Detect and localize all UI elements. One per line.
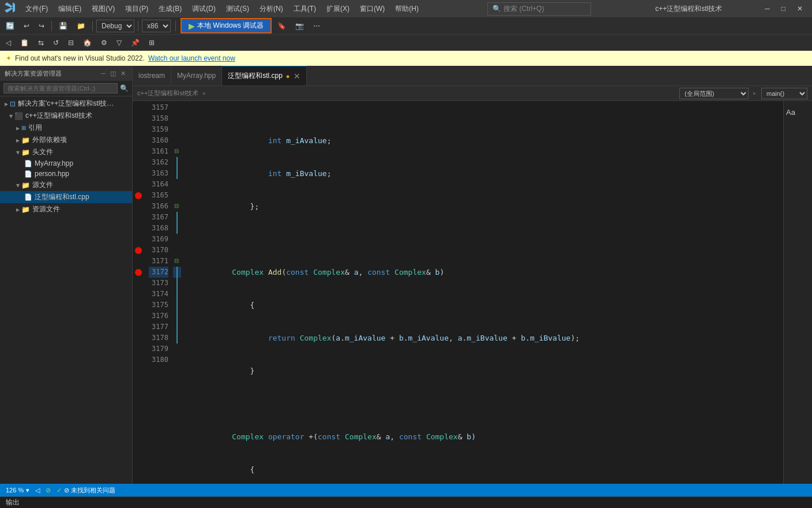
solution-explorer-button[interactable]: 📋: [17, 38, 32, 48]
sidebar-unpin-button[interactable]: ◫: [108, 70, 118, 77]
person-hpp-icon: 📄: [24, 170, 32, 178]
search-placeholder: 搜索 (Ctrl+Q): [503, 4, 544, 14]
code-line-3163: return Complex(a.m_iAvalue + b.m_iAvalue…: [187, 322, 783, 333]
fold-3171[interactable]: ⊟: [174, 257, 179, 264]
sidebar-header: 解决方案资源管理器 ─ ◫ ✕: [0, 66, 132, 81]
properties-button[interactable]: 🏠: [80, 38, 95, 48]
sync-button[interactable]: ⇆: [35, 38, 47, 48]
source-files-arrow: ▾: [16, 181, 20, 189]
source-files-node[interactable]: ▾ 📁 源文件: [0, 179, 132, 191]
bookmark-button[interactable]: 🔖: [274, 21, 290, 31]
maximize-button[interactable]: □: [777, 5, 790, 13]
tab-cpp-active[interactable]: 泛型编程和stl.cpp ● ✕: [222, 66, 306, 85]
references-node[interactable]: ▸ ⊞ 引用: [0, 122, 132, 134]
debug-run-button[interactable]: ▶ 本地 Windows 调试器: [181, 18, 272, 33]
menu-help[interactable]: 帮助(H): [390, 2, 423, 16]
menu-tools[interactable]: 工具(T): [289, 2, 321, 16]
tab-iostream[interactable]: iostream: [133, 66, 171, 85]
references-label: 引用: [28, 123, 42, 133]
toolbar-main: 🔄 ↩ ↪ 💾 📁 Debug x86 ▶ 本地 Windows 调试器 🔖 📷…: [0, 17, 812, 35]
editor-header: c++泛型编程和stl技术 ▸ (全局范围) ▸ main(): [133, 86, 812, 101]
menu-analyze[interactable]: 分析(N): [255, 2, 288, 16]
code-view[interactable]: int m_iAvalue; int m_iBvalue; }; Complex…: [181, 101, 783, 484]
menu-edit[interactable]: 编辑(E): [54, 2, 86, 16]
sidebar-pin-button[interactable]: ─: [99, 70, 107, 77]
menu-view[interactable]: 视图(V): [87, 2, 119, 16]
close-button[interactable]: ✕: [792, 5, 807, 13]
zoom-dropdown-icon[interactable]: ▾: [26, 487, 29, 494]
person-hpp-node[interactable]: 📄 person.hpp: [0, 169, 132, 179]
menu-project[interactable]: 项目(P): [121, 2, 153, 16]
title-bar: 文件(F) 编辑(E) 视图(V) 项目(P) 生成(B) 调试(D) 测试(S…: [0, 0, 812, 17]
sidebar-title: 解决方案资源管理器: [5, 69, 62, 78]
sidebar-search-area: 🔍: [0, 81, 132, 96]
sidebar-close-button[interactable]: ✕: [119, 70, 127, 77]
tab-close-icon[interactable]: ✕: [294, 72, 300, 81]
references-arrow: ▸: [16, 124, 20, 132]
zoom-level: 126 % ▾: [6, 487, 29, 494]
project-node[interactable]: ▾ ⬛ c++泛型编程和stl技术: [0, 110, 132, 122]
scroll-bar[interactable]: ◁: [35, 487, 40, 494]
fold-3166[interactable]: ⊟: [174, 203, 179, 209]
tab-myarray[interactable]: MyArray.hpp: [171, 66, 222, 85]
breadcrumb-separator: ▸: [203, 89, 206, 97]
undo-button[interactable]: ↩: [20, 21, 33, 31]
debug-config-select[interactable]: Debug: [96, 20, 134, 32]
header-files-node[interactable]: ▾ 📁 头文件: [0, 146, 132, 158]
info-icon: ✦: [6, 54, 12, 62]
pin-button[interactable]: 📌: [127, 38, 143, 48]
platform-select[interactable]: x86: [142, 20, 171, 32]
save-button[interactable]: 💾: [55, 21, 71, 31]
external-deps-node[interactable]: ▸ 📁 外部依赖项: [0, 134, 132, 146]
menu-test[interactable]: 测试(S): [221, 2, 254, 16]
line-numbers: 3157 3158 3159 3160 3161 3162 3163 3164 …: [144, 101, 173, 484]
myarray-hpp-icon: 📄: [24, 160, 32, 167]
project-icon: ⬛: [14, 112, 23, 120]
header-files-arrow: ▾: [16, 148, 20, 156]
open-button[interactable]: 📁: [73, 21, 89, 31]
sidebar-search-input[interactable]: [3, 83, 118, 94]
editor-area: iostream MyArray.hpp 泛型编程和stl.cpp ● ✕ c+…: [133, 66, 812, 484]
breakpoint-3170: [135, 247, 142, 254]
solution-label: 解决方案'c++泛型编程和stl技…: [18, 99, 114, 109]
settings-button[interactable]: ⚙: [97, 38, 111, 48]
solution-node[interactable]: ▸ ⊡ 解决方案'c++泛型编程和stl技…: [0, 98, 132, 110]
code-line-3164: }: [187, 354, 783, 365]
function-select[interactable]: main(): [761, 88, 807, 99]
menu-window[interactable]: 窗口(W): [355, 2, 389, 16]
info-link[interactable]: Watch our launch event now: [148, 54, 235, 62]
new-button[interactable]: 🔄: [2, 21, 18, 31]
camera-button[interactable]: 📷: [292, 21, 307, 31]
resource-files-icon: 📁: [21, 206, 30, 214]
cpp-file-label: 泛型编程和stl.cpp: [35, 192, 89, 202]
resource-files-node[interactable]: ▸ 📁 资源文件: [0, 203, 132, 215]
menu-extensions[interactable]: 扩展(X): [322, 2, 354, 16]
solution-icon: ⊡: [10, 100, 16, 108]
tab-modified-icon: ●: [286, 73, 290, 80]
collapse-all-button[interactable]: ⊟: [65, 38, 77, 48]
more-button[interactable]: ⋯: [310, 21, 324, 31]
menu-debug[interactable]: 调试(D): [187, 2, 220, 16]
tab-myarray-label: MyArray.hpp: [177, 72, 216, 80]
refresh-button[interactable]: ↺: [50, 38, 62, 48]
source-files-label: 源文件: [32, 180, 53, 190]
code-line-3167: {: [187, 453, 783, 464]
fold-3161[interactable]: ⊟: [174, 148, 179, 154]
output-label[interactable]: 输出: [6, 498, 20, 507]
nav-back-button[interactable]: ◁: [2, 38, 14, 48]
scope-select[interactable]: (全局范围): [679, 88, 749, 99]
expand-button[interactable]: ⊞: [145, 38, 158, 48]
solution-arrow: ▸: [5, 100, 8, 108]
myarray-hpp-label: MyArray.hpp: [35, 159, 73, 167]
cpp-file-node[interactable]: 📄 泛型编程和stl.cpp: [0, 191, 132, 203]
minimize-button[interactable]: ─: [760, 5, 775, 13]
code-editor[interactable]: 3157 3158 3159 3160 3161 3162 3163 3164 …: [133, 101, 812, 484]
menu-file[interactable]: 文件(F): [21, 2, 52, 16]
redo-button[interactable]: ↪: [35, 21, 48, 31]
resource-files-label: 资源文件: [32, 204, 60, 214]
menu-build[interactable]: 生成(B): [154, 2, 186, 16]
code-line-3158: int m_iBvalue;: [187, 157, 783, 168]
filter-button[interactable]: ▽: [113, 38, 125, 48]
myarray-hpp-node[interactable]: 📄 MyArray.hpp: [0, 158, 132, 169]
status-ok-icon: ⊘: [46, 487, 51, 494]
